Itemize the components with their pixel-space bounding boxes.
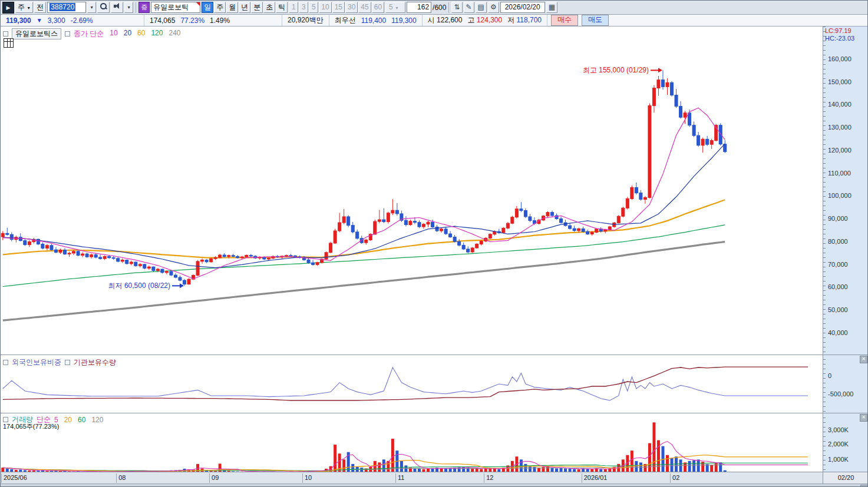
open-price: 122,600 bbox=[437, 16, 462, 24]
close-volume-panel-icon[interactable]: ✕ bbox=[860, 414, 867, 422]
panel-bullet-icon bbox=[3, 31, 8, 37]
search-button[interactable] bbox=[97, 2, 110, 13]
svg-text:최고 155,000 (01/29): 최고 155,000 (01/29) bbox=[583, 66, 649, 74]
save-icon: ▤ bbox=[478, 3, 484, 11]
sound-dropdown-icon[interactable]: ▼ bbox=[124, 2, 133, 13]
calendar-button[interactable]: ▦ bbox=[546, 2, 557, 13]
minute-45[interactable]: 45 bbox=[358, 2, 371, 13]
svg-text:최저 60,500 (08/22): 최저 60,500 (08/22) bbox=[108, 281, 170, 290]
minute-5[interactable]: 5 bbox=[309, 2, 318, 13]
time-tick-label: 09 bbox=[209, 473, 219, 483]
holdings-legend: 외국인보유비중 기관보유수량 bbox=[3, 357, 116, 367]
sell-button[interactable]: 매도 bbox=[582, 15, 609, 26]
minute-60[interactable]: 60 bbox=[372, 2, 384, 13]
pencil-icon: ✎ bbox=[466, 3, 472, 11]
code-dropdown-icon[interactable]: ▼ bbox=[87, 2, 96, 13]
timeframe-일[interactable]: 일 bbox=[202, 2, 213, 13]
price-tick-label: 120,000 bbox=[828, 147, 852, 154]
settings-button[interactable]: ⚙ bbox=[488, 2, 499, 13]
scrollbar-grip[interactable] bbox=[860, 485, 868, 487]
volume-ma-legend-items: 52060120 bbox=[54, 416, 103, 424]
buy-button[interactable]: 매수 bbox=[551, 15, 578, 26]
legend-item-240: 240 bbox=[169, 29, 180, 39]
time-axis[interactable]: 2025/0608091011122026/0102 bbox=[1, 472, 823, 483]
grid-tool-icon[interactable] bbox=[4, 38, 14, 48]
minute-10[interactable]: 10 bbox=[319, 2, 331, 13]
price-tick-label: 150,000 bbox=[828, 78, 852, 85]
bar-total-label: /600 bbox=[433, 4, 446, 12]
minute-30[interactable]: 30 bbox=[345, 2, 358, 13]
alert-corner-icon bbox=[196, 2, 200, 6]
timeframe-초[interactable]: 초 bbox=[263, 2, 275, 13]
volume-value: 174,065 bbox=[150, 16, 175, 25]
period-combo[interactable]: 주 ▼ bbox=[15, 2, 33, 13]
open-label: 시 bbox=[428, 16, 435, 24]
timeframe-년[interactable]: 년 bbox=[239, 2, 250, 13]
chart-scrollbar[interactable] bbox=[1, 483, 868, 487]
main-chart-plot[interactable]: 최고 155,000 (01/29)최저 60,500 (08/22) bbox=[1, 26, 823, 355]
legend-item-20: 20 bbox=[124, 29, 131, 39]
price-tick-label: 80,000 bbox=[828, 238, 848, 245]
prev-button[interactable]: 전 bbox=[34, 2, 46, 13]
minute-combo[interactable]: 5 ▼ bbox=[385, 2, 405, 13]
trade-marker-button[interactable]: ⇅ bbox=[451, 2, 462, 13]
main-legend: 유일로보틱스 종가 단순102060120240 bbox=[3, 28, 180, 39]
price-tick-label: 90,000 bbox=[828, 215, 848, 222]
close-holdings-panel-icon[interactable]: ✕ bbox=[860, 356, 867, 363]
time-tick-label: 08 bbox=[116, 473, 126, 483]
draw-tool-button[interactable]: ✎ bbox=[464, 2, 474, 13]
price-change-pct: -2.69% bbox=[71, 16, 93, 25]
time-tick-label: 2026/01 bbox=[582, 473, 608, 483]
legend-title: 종가 단순 bbox=[74, 29, 104, 39]
foreign-bullet-icon bbox=[3, 360, 8, 365]
timeframe-주[interactable]: 주 bbox=[214, 2, 226, 13]
stock-name-field[interactable]: 유일로보틱 bbox=[151, 2, 200, 13]
foreign-legend-label: 외국인보유비중 bbox=[12, 357, 61, 367]
toolbar: ▶ 주 ▼ 전 388720 ▼ ▼ 증 유일로보틱 일주월년분초틱 13510… bbox=[1, 1, 868, 15]
holdings-tick-label: -500,000 bbox=[828, 390, 853, 397]
price-tick-label: 100,000 bbox=[828, 192, 852, 199]
quote-bar: 119,300 ▼ 3,300 -2.69% 174,065 77.23% 1.… bbox=[1, 15, 868, 26]
low-label: 저 bbox=[507, 16, 514, 24]
minute-1[interactable]: 1 bbox=[289, 2, 298, 13]
price-tick-label: 140,000 bbox=[828, 101, 852, 108]
date-input[interactable]: 2026/02/20 bbox=[500, 2, 545, 13]
high-price: 124,300 bbox=[477, 16, 502, 24]
best-ask: 119,400 bbox=[361, 16, 387, 25]
price-tick-label: 60,000 bbox=[828, 283, 848, 290]
holdings-plot[interactable] bbox=[1, 355, 823, 413]
volume-current: 174,065주(77.23%) bbox=[3, 422, 59, 431]
price-axis[interactable]: LC:97.19 HC:-23.03 160,000150,000140,000… bbox=[823, 26, 868, 355]
legend-item-120: 120 bbox=[91, 416, 103, 424]
volume-ratio: 77.23% bbox=[180, 16, 204, 25]
timeframe-틱[interactable]: 틱 bbox=[276, 2, 288, 13]
holdings-axis[interactable]: ✕ 0-500,000 bbox=[823, 355, 868, 413]
minute-3[interactable]: 3 bbox=[299, 2, 308, 13]
legend-item-60: 60 bbox=[78, 416, 85, 424]
market-badge: 증 bbox=[138, 2, 150, 13]
price-tick-label: 50,000 bbox=[828, 306, 848, 313]
price-tick-label: 130,000 bbox=[828, 124, 852, 131]
volume-bullet-icon bbox=[3, 417, 8, 422]
speaker-icon bbox=[113, 2, 121, 10]
price-change: 3,300 bbox=[48, 16, 65, 25]
hc-value: HC:-23.03 bbox=[825, 35, 854, 42]
timeframe-월[interactable]: 월 bbox=[226, 2, 238, 13]
save-button[interactable]: ▤ bbox=[476, 2, 487, 13]
volume-tick-label: 2,000K bbox=[828, 440, 849, 448]
timeframe-분[interactable]: 분 bbox=[251, 2, 263, 13]
volume-axis[interactable]: ✕ 3,000K2,000K1,000K bbox=[823, 413, 868, 472]
bar-count-input[interactable]: 162 bbox=[407, 2, 431, 13]
high-label: 고 bbox=[467, 16, 474, 24]
down-arrow-icon: ▼ bbox=[37, 17, 42, 24]
sound-button[interactable] bbox=[111, 2, 123, 13]
app-menu-icon[interactable]: ▶ bbox=[2, 2, 14, 14]
minute-15[interactable]: 15 bbox=[332, 2, 345, 13]
chart-window: ▶ 주 ▼ 전 388720 ▼ ▼ 증 유일로보틱 일주월년분초틱 13510… bbox=[0, 0, 868, 487]
minute-group: 1351015304560 bbox=[289, 2, 384, 13]
volume-plot[interactable] bbox=[1, 413, 823, 472]
stock-code-input[interactable]: 388720 bbox=[47, 2, 86, 13]
symbol-box[interactable]: 유일로보틱스 bbox=[12, 28, 61, 39]
candle-tool-icon: ⇅ bbox=[454, 3, 460, 11]
best-label: 최우선 bbox=[335, 15, 356, 25]
